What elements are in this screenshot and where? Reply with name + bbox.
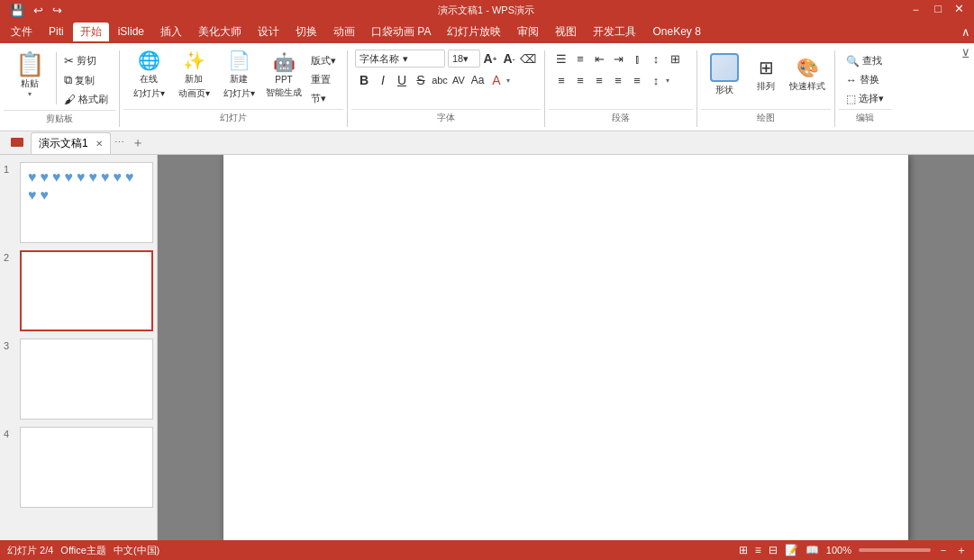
sorter-view-button[interactable]: ⊟ bbox=[769, 544, 778, 556]
menu-slideshow[interactable]: 幻灯片放映 bbox=[440, 23, 508, 41]
tab-close-button[interactable]: ✕ bbox=[96, 139, 103, 149]
align-left-button[interactable]: ≡ bbox=[552, 71, 570, 89]
font-color-dropdown[interactable]: ▾ bbox=[506, 77, 510, 85]
menu-view[interactable]: 视图 bbox=[548, 23, 584, 41]
distributed-button[interactable]: ≡ bbox=[628, 71, 646, 89]
outline-view-button[interactable]: ≡ bbox=[755, 544, 761, 556]
paste-button[interactable]: 📋 粘贴 ▾ bbox=[7, 49, 52, 101]
increase-indent-button[interactable]: ⇥ bbox=[609, 50, 627, 68]
reading-view-button[interactable]: 📖 bbox=[806, 544, 819, 556]
format-painter-button[interactable]: 🖌格式刷 bbox=[60, 91, 112, 108]
notes-view-button[interactable]: 📝 bbox=[785, 544, 798, 556]
arrange-button[interactable]: ⊞ 排列 bbox=[746, 49, 786, 101]
replace-button[interactable]: ↔替换 bbox=[842, 71, 888, 88]
ppt-ai-generate-button[interactable]: 🤖 PPT智能生成 bbox=[262, 49, 305, 101]
increase-font-button[interactable]: A+ bbox=[481, 50, 499, 68]
justify-button[interactable]: ≡ bbox=[609, 71, 627, 89]
drawing-group: 形状 ⊞ 排列 🎨 快速样式 绘图 bbox=[701, 47, 831, 126]
numbered-list-button[interactable]: ≡ bbox=[571, 50, 589, 68]
menu-developer[interactable]: 开发工具 bbox=[586, 23, 643, 41]
ribbon-collapse-button[interactable]: ∧ bbox=[961, 25, 970, 39]
font-size-selector[interactable]: 18▾ bbox=[448, 50, 480, 68]
ribbon: 📋 粘贴 ▾ ✂剪切 ⧉复制 🖌格式刷 剪贴板 bbox=[0, 43, 974, 131]
close-button[interactable]: ✕ bbox=[951, 1, 967, 19]
slide-tab-label: 演示文稿1 bbox=[39, 136, 88, 151]
minimize-button[interactable]: － bbox=[907, 1, 924, 19]
shadow-button[interactable]: abc bbox=[431, 71, 449, 89]
reset-button[interactable]: 重置 bbox=[307, 71, 340, 88]
menu-design[interactable]: 设计 bbox=[250, 23, 287, 41]
main-area: 1 ♥ ♥ ♥ ♥ ♥ ♥ ♥ ♥ ♥ ♥ ♥ 2 bbox=[0, 155, 974, 540]
slide-preview-4[interactable] bbox=[20, 427, 153, 508]
menu-transition[interactable]: 切换 bbox=[288, 23, 324, 41]
select-button[interactable]: ⬚选择▾ bbox=[842, 90, 888, 107]
line-spacing-dropdown[interactable]: ▾ bbox=[666, 77, 669, 85]
clear-format-button[interactable]: ⌫ bbox=[519, 50, 537, 68]
column-layout-button[interactable]: ⫿ bbox=[628, 50, 646, 68]
bullet-list-button[interactable]: ☰ bbox=[552, 50, 570, 68]
menu-piti[interactable]: Piti bbox=[41, 23, 71, 40]
decrease-indent-button[interactable]: ⇤ bbox=[590, 50, 608, 68]
slide-preview-1[interactable]: ♥ ♥ ♥ ♥ ♥ ♥ ♥ ♥ ♥ ♥ ♥ bbox=[20, 162, 153, 243]
slide-thumb-3: 3 bbox=[4, 339, 153, 420]
slide-preview-2[interactable] bbox=[20, 250, 153, 331]
zoom-slider[interactable] bbox=[859, 548, 931, 552]
menu-onekey[interactable]: OneKey 8 bbox=[645, 23, 707, 40]
ribbon-expand-button[interactable]: ⊻ bbox=[961, 47, 970, 60]
maximize-button[interactable]: □ bbox=[932, 1, 944, 19]
menu-file[interactable]: 文件 bbox=[4, 23, 40, 41]
font-name-selector[interactable]: 字体名称▾ bbox=[355, 50, 445, 68]
layout-button[interactable]: 版式▾ bbox=[307, 52, 340, 69]
cut-button[interactable]: ✂剪切 bbox=[60, 52, 112, 69]
group-divider-5 bbox=[834, 50, 835, 127]
char-spacing-button[interactable]: AV bbox=[450, 71, 468, 89]
align-center-button[interactable]: ≡ bbox=[571, 71, 589, 89]
text-direction-button[interactable]: Aa bbox=[469, 71, 487, 89]
text-direction-para-button[interactable]: ↕ bbox=[647, 50, 665, 68]
decrease-font-button[interactable]: A- bbox=[500, 50, 518, 68]
menu-islide[interactable]: iSlide bbox=[111, 23, 151, 40]
add-tab-button[interactable]: ＋ bbox=[128, 133, 148, 153]
slide-preview-3[interactable] bbox=[20, 339, 153, 420]
normal-view-button[interactable]: ⊞ bbox=[739, 544, 748, 556]
add-animation-page-button[interactable]: ✨ 新加动画页▾ bbox=[172, 49, 215, 101]
align-right-button[interactable]: ≡ bbox=[590, 71, 608, 89]
bold-button[interactable]: B bbox=[355, 71, 373, 89]
menu-home[interactable]: 开始 bbox=[73, 23, 109, 41]
line-spacing-button[interactable]: ↕ bbox=[647, 71, 665, 89]
section-button[interactable]: 节▾ bbox=[307, 90, 340, 107]
tab-more-button[interactable]: ⋯ bbox=[114, 137, 124, 149]
group-divider-4 bbox=[696, 50, 697, 127]
find-button[interactable]: 🔍查找 bbox=[842, 52, 888, 69]
smart-art-button[interactable]: ⊞ bbox=[666, 50, 684, 68]
slide-canvas[interactable] bbox=[223, 155, 908, 540]
slide-group: 🌐 在线幻灯片▾ ✨ 新加动画页▾ 📄 新建幻灯片▾ 🤖 PPT智能生成 版式▾… bbox=[123, 47, 343, 126]
menu-animation[interactable]: 动画 bbox=[326, 23, 362, 41]
zoom-out-button[interactable]: － bbox=[938, 543, 949, 558]
slide-tab-1[interactable]: 演示文稿1 ✕ bbox=[31, 132, 111, 154]
undo-button[interactable]: ↩ bbox=[31, 3, 46, 18]
online-slideshow-button[interactable]: 🌐 在线幻灯片▾ bbox=[127, 49, 170, 101]
zoom-in-button[interactable]: ＋ bbox=[956, 543, 967, 558]
heart-icon-9: ♥ bbox=[125, 170, 134, 185]
slide-group-label: 幻灯片 bbox=[123, 109, 343, 126]
save-button[interactable]: 💾 bbox=[7, 3, 27, 18]
font-color-button[interactable]: A bbox=[487, 71, 505, 89]
shapes-button[interactable]: 形状 bbox=[705, 49, 744, 101]
italic-button[interactable]: I bbox=[374, 71, 392, 89]
menu-beautify[interactable]: 美化大师 bbox=[191, 23, 249, 41]
menu-pocket-animation[interactable]: 口袋动画 PA bbox=[364, 23, 438, 41]
quick-styles-button[interactable]: 🎨 快速样式 bbox=[787, 49, 827, 101]
menu-review[interactable]: 审阅 bbox=[510, 23, 546, 41]
menu-insert[interactable]: 插入 bbox=[153, 23, 189, 41]
new-slide-button[interactable]: 📄 新建幻灯片▾ bbox=[217, 49, 260, 101]
strikethrough-button[interactable]: S bbox=[412, 71, 430, 89]
redo-button[interactable]: ↪ bbox=[50, 3, 65, 18]
heart-icon-2: ♥ bbox=[41, 170, 50, 185]
language-info: 中文(中国) bbox=[114, 544, 159, 557]
copy-button[interactable]: ⧉复制 bbox=[60, 71, 112, 89]
underline-button[interactable]: U bbox=[393, 71, 411, 89]
heart-icon-5: ♥ bbox=[77, 170, 86, 185]
menu-bar: 文件 Piti 开始 iSlide 插入 美化大师 设计 切换 动画 口袋动画 … bbox=[0, 20, 974, 43]
slide-thumb-4: 4 bbox=[4, 427, 153, 508]
